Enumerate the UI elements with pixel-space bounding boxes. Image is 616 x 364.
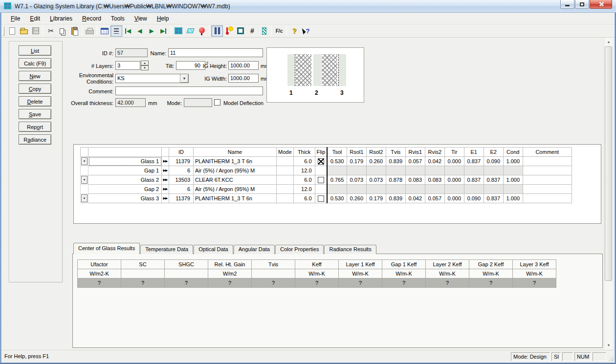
tab-radiance-results[interactable]: Radiance Results <box>324 245 376 254</box>
layer-value-cell[interactable] <box>425 185 444 194</box>
shade-library-button[interactable] <box>258 25 270 37</box>
layer-value-cell[interactable]: 0.878 <box>386 175 405 185</box>
menu-tools[interactable]: Tools <box>106 14 130 23</box>
layer-dropdown-button[interactable]: ▼ <box>81 176 88 184</box>
calc-button[interactable]: Calc (F9) <box>19 58 51 68</box>
layer-value-cell[interactable] <box>503 185 523 194</box>
layer-value-cell[interactable]: 0.530 <box>327 194 347 203</box>
layer-flip-cell[interactable] <box>315 194 327 203</box>
layer-id-cell[interactable]: 11379 <box>169 194 194 203</box>
layer-mode-cell[interactable] <box>277 185 294 194</box>
menu-help[interactable]: Help <box>152 14 174 23</box>
print-button[interactable] <box>84 25 95 37</box>
scroll-down-icon[interactable]: ▼ <box>604 341 613 349</box>
layer-value-cell[interactable] <box>327 166 347 175</box>
layer-mode-cell[interactable] <box>277 194 294 203</box>
save-button[interactable] <box>30 25 42 37</box>
save-record-button[interactable]: Save <box>19 109 51 119</box>
open-file-button[interactable] <box>18 25 30 37</box>
layer-value-cell[interactable]: 0.000 <box>444 157 464 166</box>
layer-name-cell[interactable]: PLANITHERM 1_3 T 6n <box>194 194 277 203</box>
layer-value-cell[interactable] <box>503 166 523 175</box>
layer-thick-cell[interactable]: 6.0 <box>293 194 315 203</box>
layer-value-cell[interactable]: 0.042 <box>425 157 444 166</box>
scroll-up-icon[interactable]: ▲ <box>604 38 613 46</box>
layer-label-cell[interactable]: Gap 1 <box>88 166 162 175</box>
layer-flip-cell[interactable] <box>315 175 327 185</box>
layer-comment-cell[interactable] <box>523 175 572 185</box>
layer-value-cell[interactable] <box>347 166 366 175</box>
layer-comment-cell[interactable] <box>523 185 572 194</box>
previous-record-button[interactable]: ◀ <box>134 25 146 37</box>
layer-value-cell[interactable]: 0.837 <box>484 175 503 185</box>
layer-thick-cell[interactable]: 12.0 <box>293 185 315 194</box>
layer-value-cell[interactable]: 0.042 <box>405 194 425 203</box>
layer-expand-icon[interactable]: ▶▶ <box>162 166 169 175</box>
layer-value-cell[interactable]: 1.000 <box>503 157 523 166</box>
layer-value-cell[interactable]: 0.260 <box>347 194 366 203</box>
layer-value-cell[interactable] <box>347 185 366 194</box>
tab-temperature-data[interactable]: Temperature Data <box>140 245 193 254</box>
new-document-button[interactable] <box>6 25 18 37</box>
list-view-button[interactable] <box>99 25 110 37</box>
tab-center-of-glass-results[interactable]: Center of Glass Results <box>73 243 140 254</box>
layer-value-cell[interactable]: 0.083 <box>405 175 425 185</box>
resize-grip[interactable] <box>608 355 614 361</box>
new-button[interactable]: New <box>19 71 51 81</box>
layer-value-cell[interactable] <box>327 185 347 194</box>
layer-value-cell[interactable]: 0.765 <box>327 175 347 185</box>
next-record-button[interactable]: ▶ <box>146 25 157 37</box>
radiance-button[interactable]: Radiance <box>19 134 51 145</box>
comment-field[interactable] <box>115 86 263 95</box>
layer-value-cell[interactable]: 0.179 <box>347 157 366 166</box>
cut-button[interactable]: ✂ <box>45 25 57 37</box>
layer-value-cell[interactable]: 0.000 <box>444 194 464 203</box>
layer-mode-cell[interactable] <box>277 175 294 185</box>
report-button[interactable]: Report <box>19 122 51 132</box>
ig-width-field[interactable] <box>228 74 259 83</box>
layer-value-cell[interactable]: 0.530 <box>327 157 347 166</box>
layers-spinner[interactable]: ▲▼ <box>141 61 149 70</box>
model-deflection-checkbox[interactable] <box>214 99 220 106</box>
layer-value-cell[interactable] <box>484 166 503 175</box>
layer-value-cell[interactable]: 0.073 <box>366 175 386 185</box>
layer-value-cell[interactable]: 1.000 <box>503 194 523 203</box>
layer-flip-cell[interactable] <box>315 166 327 175</box>
layer-id-cell[interactable]: 6 <box>169 185 194 194</box>
copy-button[interactable] <box>57 25 68 37</box>
layer-label-cell[interactable]: Glass 2 <box>88 175 162 185</box>
layer-value-cell[interactable]: 0.090 <box>464 194 484 203</box>
layer-comment-cell[interactable] <box>523 157 572 166</box>
layer-value-cell[interactable]: 1.000 <box>503 175 523 185</box>
scrollbar-thumb[interactable] <box>605 46 612 281</box>
layer-name-cell[interactable]: Air (5%) / Argon (95%) M <box>194 185 277 194</box>
layers-field[interactable] <box>115 61 140 70</box>
layer-value-cell[interactable] <box>405 166 425 175</box>
layer-value-cell[interactable]: 0.837 <box>464 157 484 166</box>
layer-id-cell[interactable]: 11379 <box>169 157 194 166</box>
layer-value-cell[interactable] <box>484 185 503 194</box>
environmental-conditions-button[interactable] <box>223 25 235 37</box>
id-field[interactable] <box>115 48 148 57</box>
layer-thick-cell[interactable]: 6.0 <box>293 175 315 185</box>
layer-value-cell[interactable] <box>444 166 464 175</box>
first-record-button[interactable]: ◀ <box>122 25 134 37</box>
layer-value-cell[interactable] <box>405 185 425 194</box>
menu-file[interactable]: File <box>6 14 25 23</box>
layer-value-cell[interactable] <box>425 166 444 175</box>
layer-value-cell[interactable] <box>366 166 386 175</box>
layer-value-cell[interactable]: 0.837 <box>464 175 484 185</box>
divider-library-button[interactable]: # <box>246 25 258 37</box>
close-button[interactable] <box>590 0 612 9</box>
help-button[interactable]: ? <box>288 25 300 37</box>
temperature-units-button[interactable]: F/c <box>273 25 285 37</box>
layer-label-cell[interactable]: Glass 1 <box>88 157 162 166</box>
spin-up-icon[interactable]: ▲ <box>141 61 149 65</box>
tab-optical-data[interactable]: Optical Data <box>194 245 233 254</box>
layer-value-cell[interactable]: 0.179 <box>366 194 386 203</box>
layer-value-cell[interactable]: 0.839 <box>386 157 405 166</box>
menu-libraries[interactable]: Libraries <box>45 14 77 23</box>
layer-value-cell[interactable] <box>386 185 405 194</box>
layer-value-cell[interactable] <box>366 185 386 194</box>
delete-button[interactable]: Delete <box>19 96 51 107</box>
